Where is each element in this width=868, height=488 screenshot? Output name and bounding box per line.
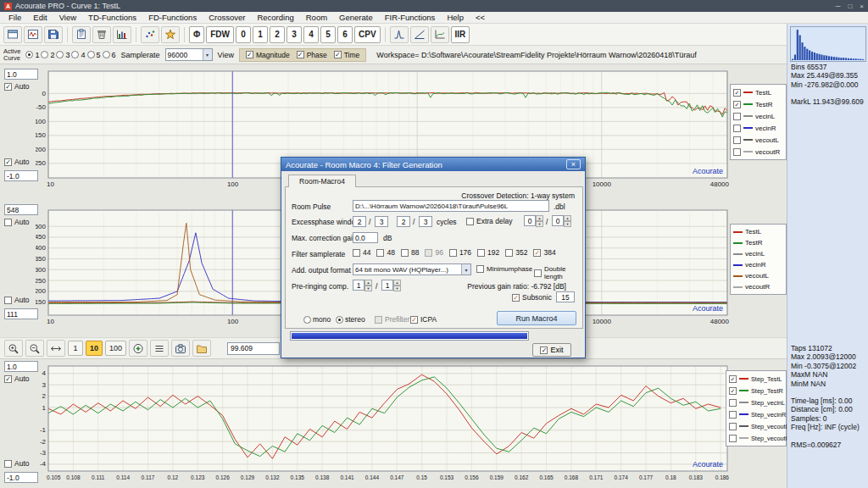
samplerate-176-checkbox[interactable]: 176 xyxy=(449,248,471,257)
legend-item-step-vecoutr[interactable]: Step_vecoutR xyxy=(729,433,783,444)
slope-icon[interactable] xyxy=(410,26,429,43)
active-curve-radio-4[interactable]: 4 xyxy=(71,51,85,59)
menu-item-view[interactable]: View xyxy=(53,13,82,22)
double-length-checkbox[interactable]: Double length xyxy=(534,265,585,280)
legend-checkbox[interactable] xyxy=(733,136,741,144)
axis-limit-field[interactable]: 1.0 xyxy=(4,69,38,80)
view-magnitude-checkbox[interactable]: Magnitude xyxy=(246,51,290,59)
axis-limit-field[interactable]: 1.0 xyxy=(4,361,38,372)
waveform-doc-icon[interactable] xyxy=(24,26,42,43)
extra-delay-right-spinner[interactable]: 0▲▼ xyxy=(552,215,571,226)
auto-scale-checkbox[interactable]: Auto xyxy=(4,459,30,468)
output-format-select[interactable]: 64 bit mono WAV (HQPlayer...)▾ xyxy=(353,263,471,275)
legend-checkbox[interactable]: ✓ xyxy=(729,375,737,383)
spinner-arrows-icon[interactable]: ▲▼ xyxy=(536,215,543,226)
pre-ringing-right-spinner[interactable]: 1▲▼ xyxy=(381,280,401,291)
marker-frequency-field[interactable]: 99.609 xyxy=(227,342,280,355)
excessphase-field-3[interactable]: 2 xyxy=(397,216,410,227)
menu-item-generate[interactable]: Generate xyxy=(333,13,379,22)
legend-item-step-vecoutl[interactable]: Step_vecoutL xyxy=(729,421,783,432)
extra-delay-left-spinner[interactable]: 0▲▼ xyxy=(524,215,543,226)
samplerate-352-checkbox[interactable]: 352 xyxy=(505,248,527,257)
list-icon[interactable] xyxy=(150,340,169,357)
legend-checkbox[interactable] xyxy=(729,411,737,419)
excessphase-field-4[interactable]: 3 xyxy=(419,216,432,227)
menu-item-td-functions[interactable]: TD-Functions xyxy=(82,13,142,22)
legend-item-vecinr[interactable]: vecinR xyxy=(733,259,783,270)
iir-button[interactable]: IIR xyxy=(451,26,470,43)
legend-checkbox[interactable]: ✓ xyxy=(733,89,741,97)
active-curve-radio-6[interactable]: 6 xyxy=(103,51,116,59)
clipboard-icon[interactable] xyxy=(72,26,91,43)
curve-number-button-1[interactable]: 1 xyxy=(253,26,268,43)
spinner-arrows-icon[interactable]: ▲▼ xyxy=(564,215,571,226)
samplerate-96-checkbox[interactable]: 96 xyxy=(425,248,442,257)
dialog-titlebar[interactable]: Acourate - Room Macro 4: Filter Generati… xyxy=(281,158,585,171)
maximize-button[interactable]: □ xyxy=(848,3,852,10)
legend-checkbox[interactable] xyxy=(733,125,741,132)
samplerate-88-checkbox[interactable]: 88 xyxy=(401,248,419,257)
samplerate-192-checkbox[interactable]: 192 xyxy=(477,248,499,257)
cpv-button[interactable]: CPV xyxy=(354,26,381,43)
axis-limit-field[interactable]: 111 xyxy=(4,308,38,319)
max-correction-gain-input[interactable]: 0.0 xyxy=(353,232,378,243)
menu-item-x[interactable]: << xyxy=(470,13,491,22)
legend-item-step-testr[interactable]: ✓Step_TestR xyxy=(729,385,783,396)
icpa-checkbox[interactable]: ICPA xyxy=(410,315,437,324)
legend-checkbox[interactable] xyxy=(733,113,741,120)
excessphase-field-2[interactable]: 3 xyxy=(375,216,388,227)
legend-checkbox[interactable] xyxy=(729,435,737,442)
legend-item-testl[interactable]: ✓TestL xyxy=(733,87,783,98)
curve-number-button-5[interactable]: 5 xyxy=(320,26,336,43)
legend-item-testr[interactable]: TestR xyxy=(733,237,783,248)
subsonic-checkbox[interactable]: Subsonic xyxy=(512,293,552,302)
legend-checkbox[interactable] xyxy=(729,423,737,430)
axis-limit-field[interactable]: -1.0 xyxy=(4,472,38,483)
active-curve-radio-3[interactable]: 3 xyxy=(56,51,70,59)
active-curve-radio-5[interactable]: 5 xyxy=(87,51,101,59)
fdw-button[interactable]: FDW xyxy=(206,26,234,43)
samplerate-384-checkbox[interactable]: 384 xyxy=(533,248,555,257)
scatter-icon[interactable] xyxy=(141,26,159,43)
samplerate-44-checkbox[interactable]: 44 xyxy=(353,248,370,257)
active-curve-radio-1[interactable]: 1 xyxy=(25,51,39,59)
curve-number-button-4[interactable]: 4 xyxy=(303,26,319,43)
stereo-radio[interactable]: stereo xyxy=(336,315,365,324)
menu-item-room[interactable]: Room xyxy=(300,13,333,22)
curve-number-button-0[interactable]: 0 xyxy=(236,26,251,43)
legend-item-vecoutl[interactable]: vecoutL xyxy=(733,135,783,146)
subsonic-frequency-input[interactable]: 15 xyxy=(556,291,575,302)
auto-scale-checkbox[interactable]: Auto xyxy=(4,374,30,383)
close-button[interactable]: × xyxy=(860,3,864,10)
room-pulse-input[interactable]: D:\...\Hörraum Warnow\20260418\Türauf\Pu… xyxy=(353,200,549,212)
menu-item-crossover[interactable]: Crossover xyxy=(203,13,251,22)
samplerate-48-checkbox[interactable]: 48 xyxy=(376,248,394,257)
legend-item-vecinr[interactable]: vecinR xyxy=(733,123,783,134)
save-icon[interactable] xyxy=(44,26,63,43)
view-time-checkbox[interactable]: Time xyxy=(334,51,360,59)
dialog-close-button[interactable]: × xyxy=(566,159,581,169)
curve-number-button-6[interactable]: 6 xyxy=(337,26,353,43)
peak-icon[interactable] xyxy=(390,26,409,43)
view-phase-checkbox[interactable]: Phase xyxy=(297,51,327,59)
legend-item-testr[interactable]: ✓TestR xyxy=(733,99,783,110)
phi-button[interactable]: Φ xyxy=(189,26,204,43)
menu-item-fir-functions[interactable]: FIR-Functions xyxy=(379,13,442,22)
spinner-arrows-icon[interactable]: ▲▼ xyxy=(364,280,372,291)
star-icon[interactable] xyxy=(161,26,180,43)
legend-item-vecinl[interactable]: vecinL xyxy=(733,111,783,122)
menu-item-recording[interactable]: Recording xyxy=(251,13,299,22)
exit-button[interactable]: Exit xyxy=(532,343,571,357)
camera-icon[interactable] xyxy=(171,340,190,357)
active-curve-radio-2[interactable]: 2 xyxy=(41,51,54,59)
legend-checkbox[interactable] xyxy=(733,148,741,156)
legend-item-step-testl[interactable]: ✓Step_TestL xyxy=(729,374,783,385)
axis-limit-field[interactable]: 548 xyxy=(4,204,38,215)
legend-item-vecoutr[interactable]: vecoutR xyxy=(733,147,783,158)
zoom-step-button-10[interactable]: 10 xyxy=(86,341,103,356)
pan-icon[interactable] xyxy=(47,340,65,357)
axes-icon[interactable] xyxy=(431,26,449,43)
bar-chart-icon[interactable] xyxy=(113,26,131,43)
folder-icon[interactable] xyxy=(192,340,211,357)
samplerate-select[interactable]: 96000 ▾ xyxy=(165,48,213,61)
